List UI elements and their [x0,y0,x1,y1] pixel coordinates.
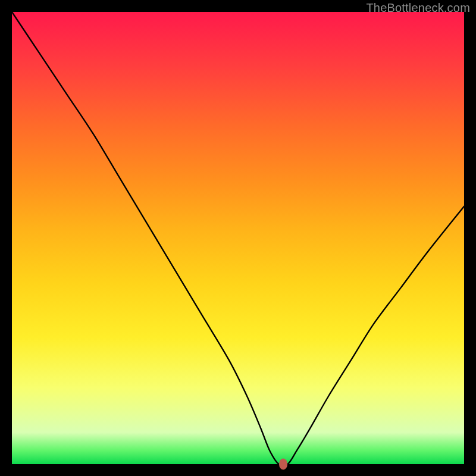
optimum-marker [279,459,287,470]
bottleneck-curve [12,12,464,464]
chart-frame: TheBottleneck.com [0,0,476,476]
plot-area [12,12,464,464]
